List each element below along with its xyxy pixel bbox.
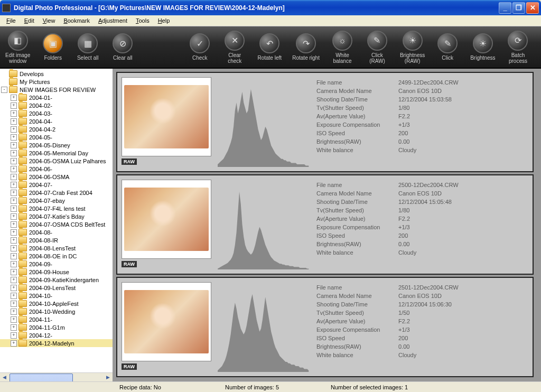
tool-click-(raw)[interactable]: ✎Click (RAW) — [365, 31, 389, 64]
tree-item[interactable]: +2004-08- — [0, 228, 113, 236]
tree-h-scrollbar[interactable]: ◀ ▶ — [0, 372, 113, 381]
thumbnail[interactable] — [122, 77, 211, 156]
expand-icon[interactable]: + — [11, 182, 17, 188]
tool-batch-process[interactable]: ⟳Batch process — [506, 31, 530, 64]
scroll-right-icon[interactable]: ▶ — [104, 373, 113, 381]
tree-item[interactable]: +2004-10- — [0, 292, 113, 300]
expand-icon[interactable]: + — [11, 332, 17, 339]
tree-item[interactable]: +2004-07-Katie's Bday — [0, 212, 113, 220]
tree-item[interactable]: +2004-05- — [0, 133, 113, 141]
tree-item[interactable]: +2004-08-LensTest — [0, 244, 113, 252]
tree-item[interactable]: +2004-06-OSMA — [0, 173, 113, 181]
tool-brightness[interactable]: ☀Brightness — [470, 33, 495, 61]
expand-icon[interactable]: + — [11, 277, 17, 283]
expand-icon[interactable]: + — [11, 316, 17, 323]
expand-icon[interactable]: + — [11, 301, 17, 307]
tool-click[interactable]: ✎Click — [435, 33, 460, 61]
tree-item[interactable]: +2004-06- — [0, 165, 113, 173]
expand-icon[interactable]: + — [11, 110, 17, 117]
expand-icon[interactable]: + — [11, 309, 17, 315]
expand-icon[interactable]: + — [11, 118, 17, 125]
close-button[interactable]: ✕ — [526, 2, 539, 14]
image-row[interactable]: RAWFile name2500-12Dec2004.CRWCamera Mod… — [116, 174, 534, 275]
tool-clear-check[interactable]: ✕Clear check — [222, 31, 247, 64]
expand-icon[interactable]: + — [11, 198, 17, 204]
tree-item[interactable]: +2004-12- — [0, 331, 113, 339]
expand-icon[interactable]: + — [11, 285, 17, 291]
expand-icon[interactable]: + — [11, 293, 17, 299]
minimize-button[interactable]: _ — [499, 2, 511, 14]
tool-brightness-(raw)[interactable]: ☀Brightness (RAW) — [400, 31, 425, 64]
tree-item[interactable]: My Pictures — [0, 78, 113, 86]
expand-icon[interactable]: + — [11, 213, 17, 220]
expand-icon[interactable]: + — [11, 166, 17, 172]
tree-item[interactable]: +2004-10-Wedding — [0, 307, 113, 315]
collapse-icon[interactable]: - — [1, 87, 7, 93]
tool-white-balance[interactable]: ☼White balance — [330, 31, 355, 64]
expand-icon[interactable]: + — [11, 261, 17, 267]
tree-item[interactable]: +2004-07-OSMA CDS BeltTest — [0, 220, 113, 228]
tree-item[interactable]: +2004-08-IR — [0, 236, 113, 244]
expand-icon[interactable]: + — [11, 158, 17, 164]
tree-item[interactable]: +2004-02- — [0, 101, 113, 109]
menu-file[interactable]: File — [2, 16, 20, 25]
tree-item[interactable]: +2004-07-F4L lens test — [0, 204, 113, 212]
expand-icon[interactable]: + — [11, 245, 17, 251]
expand-icon[interactable]: + — [11, 150, 17, 156]
image-row[interactable]: RAWFile name2501-12Dec2004.CRWCamera Mod… — [116, 277, 534, 377]
menu-bookmark[interactable]: Bookmark — [59, 16, 94, 25]
tree-item[interactable]: +2004-05-Disney — [0, 141, 113, 149]
thumbnail[interactable] — [122, 282, 211, 361]
expand-icon[interactable]: + — [11, 221, 17, 228]
tree-item[interactable]: +2004-07-ebay — [0, 197, 113, 204]
menu-adjustment[interactable]: Adjustment — [94, 16, 132, 25]
tool-edit-image-window[interactable]: ◧Edit image window — [5, 31, 30, 64]
tree-item[interactable]: +2004-07-Crab Fest 2004 — [0, 189, 113, 197]
thumbnail[interactable] — [122, 180, 211, 259]
scroll-thumb[interactable] — [10, 374, 73, 381]
expand-icon[interactable]: + — [11, 95, 17, 101]
expand-icon[interactable]: + — [11, 324, 17, 331]
folder-tree[interactable]: DevelopsMy Pictures-NEW IMAGES FOR REVIE… — [0, 69, 113, 381]
expand-icon[interactable]: + — [11, 190, 17, 196]
tree-item[interactable]: +2004-05-Memorial Day — [0, 149, 113, 157]
expand-icon[interactable]: + — [11, 174, 17, 180]
maximize-button[interactable]: ❐ — [512, 2, 525, 14]
tree-item[interactable]: +2004-11- — [0, 315, 113, 323]
image-row[interactable]: RAWFile name2499-12Dec2004.CRWCamera Mod… — [116, 72, 534, 172]
expand-icon[interactable]: + — [11, 237, 17, 244]
expand-icon[interactable]: + — [11, 229, 17, 236]
tree-item[interactable]: +2004-03- — [0, 109, 113, 117]
scroll-left-icon[interactable]: ◀ — [0, 373, 9, 381]
expand-icon[interactable]: + — [11, 142, 17, 148]
expand-icon[interactable]: + — [11, 134, 17, 141]
tool-rotate-left[interactable]: ↶Rotate left — [257, 33, 282, 61]
tree-item[interactable]: -NEW IMAGES FOR REVIEW — [0, 86, 113, 94]
menu-view[interactable]: View — [39, 16, 60, 25]
tree-item[interactable]: +2004-10-AppleFest — [0, 300, 113, 307]
expand-icon[interactable]: + — [11, 340, 17, 347]
expand-icon[interactable]: + — [11, 126, 17, 133]
tree-item[interactable]: +2004-05-OSMA Luiz Palhares — [0, 157, 113, 165]
tree-item[interactable]: +2004-08-OE in DC — [0, 252, 113, 260]
tree-item[interactable]: +2004-12-Madelyn — [0, 339, 113, 347]
expand-icon[interactable]: + — [11, 102, 17, 109]
tool-clear-all[interactable]: ⊘Clear all — [110, 33, 135, 61]
tree-item[interactable]: Develops — [0, 70, 113, 78]
menu-edit[interactable]: Edit — [20, 16, 39, 25]
tree-item[interactable]: +2004-04-2 — [0, 125, 113, 133]
tree-item[interactable]: +2004-11-G1m — [0, 323, 113, 331]
tree-item[interactable]: +2004-09-LensTest — [0, 284, 113, 292]
tool-select-all[interactable]: ▦Select all — [76, 33, 100, 61]
tree-item[interactable]: +2004-09-KatieKindergarten — [0, 276, 113, 284]
tool-rotate-right[interactable]: ↷Rotate right — [292, 33, 320, 61]
tool-check[interactable]: ✓Check — [188, 33, 212, 61]
menu-tools[interactable]: Tools — [132, 16, 154, 25]
expand-icon[interactable]: + — [11, 253, 17, 259]
tree-item[interactable]: +2004-04- — [0, 117, 113, 125]
tool-folders[interactable]: ▣Folders — [41, 33, 65, 61]
expand-icon[interactable]: + — [11, 206, 17, 212]
expand-icon[interactable]: + — [11, 269, 17, 275]
tree-item[interactable]: +2004-07- — [0, 181, 113, 189]
menu-help[interactable]: Help — [154, 16, 174, 25]
